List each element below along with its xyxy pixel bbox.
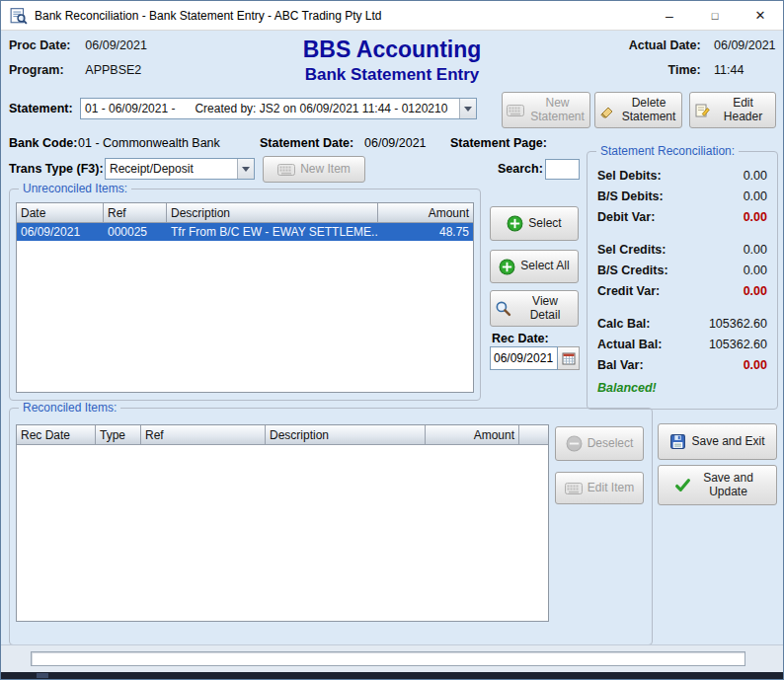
recon-value: 0.00: [744, 169, 767, 183]
recon-value: 105362.60: [709, 317, 767, 331]
maximize-button[interactable]: □: [692, 1, 738, 30]
new-item-label: New Item: [300, 163, 351, 177]
rec-date-input[interactable]: [490, 346, 558, 370]
select-all-button[interactable]: Select All: [490, 250, 579, 283]
chevron-down-icon[interactable]: [459, 99, 476, 118]
window-controls: – □ ✕: [647, 1, 783, 30]
column-header-ref[interactable]: Ref: [104, 203, 167, 222]
column-header-amount[interactable]: Amount: [378, 203, 473, 222]
deselect-minus-icon: [566, 435, 583, 452]
cell-amount: 48.75: [378, 223, 473, 241]
delete-statement-icon: [599, 103, 615, 118]
app-title: BBS Accounting: [159, 37, 625, 63]
reconciled-table: Rec Date Type Ref Description Amount: [16, 424, 549, 622]
search-input[interactable]: [545, 159, 580, 180]
taskbar-sliver: [1, 672, 783, 679]
new-statement-label: New Statement: [529, 97, 586, 124]
statement-combobox[interactable]: 01 - 06/09/2021 - Created by: JS2 on 06/…: [80, 98, 477, 119]
rec-date-label: Rec Date:: [492, 332, 549, 345]
balanced-status: Balanced!: [597, 381, 767, 395]
recon-row-calc-bal: Calc Bal:105362.60: [597, 313, 767, 334]
recon-value: 0.00: [744, 284, 767, 298]
column-header-description[interactable]: Description: [167, 203, 378, 222]
trans-type-label: Trans Type (F3):: [9, 162, 104, 176]
statement-reconciliation-title: Statement Reconciliation:: [596, 144, 739, 158]
actual-date-value: 06/09/2021: [704, 38, 775, 52]
edit-item-label: Edit Item: [588, 482, 634, 495]
reconciled-table-header: Rec Date Type Ref Description Amount: [17, 425, 548, 445]
recon-label: B/S Debits:: [597, 189, 664, 203]
new-statement-button[interactable]: New Statement: [502, 92, 590, 128]
rec-date-field: [490, 346, 580, 370]
bank-code-value: 01 - Commonwealth Bank: [78, 136, 220, 150]
taskbar-app-icon: [37, 673, 48, 678]
statement-date-label: Statement Date:: [260, 136, 353, 150]
status-field: [31, 651, 745, 666]
proc-date-label: Proc Date:: [9, 38, 78, 52]
trans-type-value: Receipt/Deposit: [106, 160, 237, 178]
recon-label: Bal Var:: [597, 358, 644, 372]
column-header-ref[interactable]: Ref: [141, 425, 266, 444]
cell-description: Tfr From B/C EW - EWAY SETTLEME...: [167, 223, 378, 241]
new-item-icon: [277, 164, 295, 176]
unreconciled-table-row[interactable]: 06/09/2021 000025 Tfr From B/C EW - EWAY…: [17, 223, 473, 241]
save-and-exit-button[interactable]: Save and Exit: [658, 423, 777, 460]
column-header-description[interactable]: Description: [266, 425, 426, 444]
delete-statement-label: Delete Statement: [620, 97, 677, 124]
column-header-date[interactable]: Date: [17, 203, 104, 222]
program-label: Program:: [9, 63, 78, 77]
recon-row-bs-debits: B/S Debits:0.00: [597, 186, 767, 206]
statement-combobox-value: 01 - 06/09/2021 - Created by: JS2 on 06/…: [81, 100, 459, 117]
recon-row-actual-bal: Actual Bal:105362.60: [597, 334, 767, 354]
recon-row-debit-var: Debit Var:0.00: [597, 206, 767, 227]
edit-header-button[interactable]: Edit Header: [689, 92, 776, 128]
deselect-button[interactable]: Deselect: [555, 426, 644, 461]
close-button[interactable]: ✕: [738, 1, 783, 30]
new-statement-icon: [507, 105, 524, 116]
header-right: Actual Date: 06/09/2021 Time: 11:44: [614, 38, 775, 88]
header-center: BBS Accounting Bank Statement Entry: [159, 37, 625, 85]
search-label: Search:: [498, 162, 543, 176]
actual-date-label: Actual Date:: [614, 38, 701, 52]
time-value: 11:44: [704, 63, 775, 77]
chevron-down-icon[interactable]: [237, 159, 254, 179]
edit-header-icon: [694, 103, 710, 118]
column-header-amount[interactable]: Amount: [426, 425, 519, 444]
reconciled-items-group: Reconciled Items: Rec Date Type Ref Desc…: [9, 408, 653, 645]
cell-date: 06/09/2021: [17, 223, 104, 241]
calendar-icon[interactable]: [558, 346, 580, 370]
minimize-button[interactable]: –: [647, 1, 692, 30]
window-title: Bank Reconciliation - Bank Statement Ent…: [35, 9, 382, 23]
save-and-exit-label: Save and Exit: [691, 435, 764, 449]
select-all-label: Select All: [520, 260, 569, 273]
column-header-rec-date[interactable]: Rec Date: [17, 425, 96, 444]
time-label: Time:: [614, 63, 701, 77]
cell-ref: 000025: [104, 223, 167, 241]
view-detail-button[interactable]: View Detail: [490, 290, 579, 327]
status-bar: [1, 644, 783, 672]
recon-value: 0.00: [744, 243, 767, 257]
statement-page-label: Statement Page:: [450, 136, 547, 150]
delete-statement-button[interactable]: Delete Statement: [594, 92, 682, 128]
reconciled-table-empty-area: [17, 445, 548, 621]
recon-label: B/S Credits:: [597, 264, 668, 277]
unreconciled-items-group: Unreconciled Items: Date Ref Description…: [9, 189, 481, 401]
statement-label: Statement:: [9, 102, 73, 115]
new-item-button[interactable]: New Item: [263, 156, 365, 183]
recon-row-bs-credits: B/S Credits:0.00: [597, 260, 767, 280]
green-check-icon: [674, 477, 691, 493]
reconciled-items-title: Reconciled Items:: [19, 401, 120, 415]
unreconciled-table-header: Date Ref Description Amount: [17, 203, 473, 223]
save-disk-icon: [669, 433, 686, 450]
proc-date-value: 06/09/2021: [81, 38, 147, 52]
column-header-filler: [519, 425, 548, 444]
trans-type-combobox[interactable]: Receipt/Deposit: [105, 158, 255, 180]
select-all-plus-icon: [499, 259, 515, 275]
edit-item-button[interactable]: Edit Item: [555, 472, 644, 504]
recon-value: 0.00: [744, 358, 767, 372]
select-button[interactable]: Select: [490, 206, 579, 241]
column-header-type[interactable]: Type: [96, 425, 141, 444]
view-detail-label: View Detail: [516, 295, 574, 323]
edit-item-icon: [565, 483, 583, 494]
save-and-update-button[interactable]: Save and Update: [658, 465, 777, 505]
